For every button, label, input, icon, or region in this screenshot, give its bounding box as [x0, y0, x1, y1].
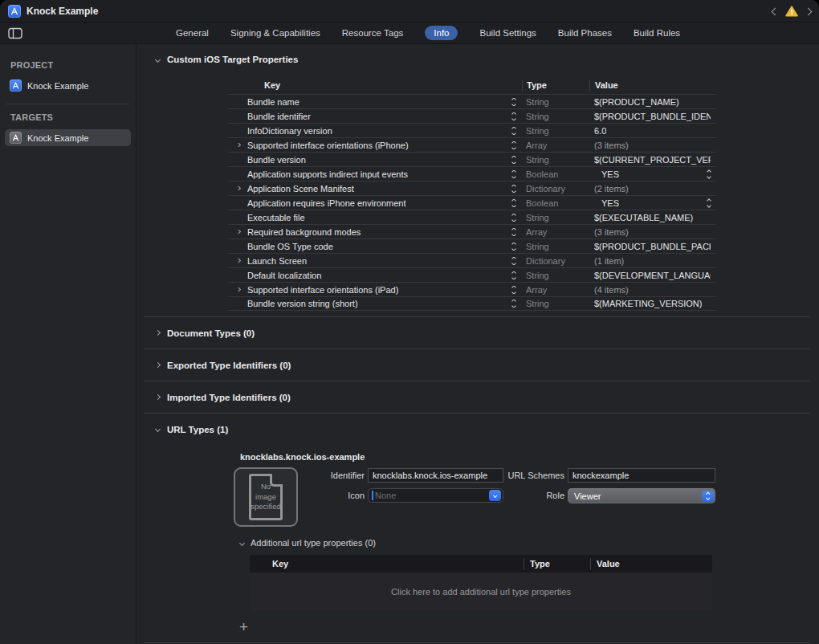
role-popup-button[interactable]: Viewer: [568, 488, 715, 503]
disclosure-icon[interactable]: [234, 259, 240, 263]
property-value: (1 item): [589, 256, 716, 266]
additional-properties-header: Key Type Value: [250, 555, 712, 573]
property-row[interactable]: Bundle version string (short) String $(M…: [228, 296, 716, 311]
sidebar-item-project[interactable]: Knock Example: [5, 77, 131, 94]
disclosure-icon[interactable]: [234, 143, 240, 147]
properties-table-header: Key Type Value: [228, 76, 716, 94]
sidebar-toggle-icon[interactable]: [8, 27, 23, 39]
section-imported-type-identifiers[interactable]: Imported Type Identifiers (0): [156, 393, 291, 402]
icon-combobox-placeholder: None: [375, 491, 489, 500]
sidebar-target-label: Knock Example: [27, 133, 88, 143]
section-title: Exported Type Identifiers (0): [167, 361, 291, 370]
property-row[interactable]: Bundle name String $(PRODUCT_NAME): [228, 94, 716, 108]
property-row[interactable]: Executable file String $(EXECUTABLE_NAME…: [228, 210, 716, 224]
property-type: Boolean: [522, 198, 589, 208]
url-schemes-field[interactable]: knockexample: [568, 468, 715, 483]
key-stepper-icon[interactable]: [512, 300, 515, 308]
title-bar: Knock Example: [0, 0, 819, 22]
key-stepper-icon[interactable]: [512, 185, 515, 193]
key-stepper-icon[interactable]: [512, 257, 515, 265]
property-row[interactable]: Bundle OS Type code String $(PRODUCT_BUN…: [228, 238, 716, 253]
add-url-type-button[interactable]: +: [239, 618, 248, 635]
property-value: YES: [589, 198, 716, 208]
property-type: String: [522, 126, 589, 136]
property-value: $(CURRENT_PROJECT_VERS: [589, 155, 716, 165]
property-row[interactable]: InfoDictionary version String 6.0: [228, 123, 716, 137]
key-stepper-icon[interactable]: [512, 112, 515, 120]
key-stepper-icon[interactable]: [512, 228, 515, 236]
key-stepper-icon[interactable]: [512, 271, 515, 279]
key-stepper-icon[interactable]: [512, 127, 515, 135]
url-type-editor: No image specified Identifier knocklabs.…: [228, 467, 716, 611]
property-key: Supported interface orientations (iPad): [247, 285, 506, 295]
warning-icon[interactable]: [785, 6, 798, 17]
additional-properties-disclosure[interactable]: Additional url type properties (0): [240, 538, 716, 548]
property-type: Array: [522, 227, 589, 237]
property-key: Executable file: [247, 213, 506, 222]
disclosure-icon[interactable]: [234, 186, 240, 190]
section-document-types[interactable]: Document Types (0): [156, 328, 255, 338]
key-stepper-icon[interactable]: [512, 214, 515, 222]
key-stepper-icon[interactable]: [512, 286, 515, 294]
key-stepper-icon[interactable]: [512, 141, 515, 149]
sidebar-item-target[interactable]: Knock Example: [5, 129, 131, 146]
combobox-dropdown-icon[interactable]: [489, 490, 501, 501]
column-value: Value: [590, 558, 712, 570]
property-key: Bundle name: [247, 97, 506, 107]
tab-signing-capabilities[interactable]: Signing & Capabilities: [230, 26, 320, 40]
tab-info[interactable]: Info: [425, 26, 458, 40]
icon-combobox[interactable]: None: [368, 488, 503, 503]
section-url-types[interactable]: URL Types (1): [156, 425, 228, 434]
key-stepper-icon[interactable]: [512, 170, 515, 178]
property-type: String: [522, 242, 589, 251]
section-title: URL Types (1): [167, 425, 228, 434]
property-value: $(MARKETING_VERSION): [589, 299, 716, 308]
disclosure-icon[interactable]: [234, 230, 240, 234]
section-exported-type-identifiers[interactable]: Exported Type Identifiers (0): [156, 361, 291, 370]
property-row[interactable]: Application Scene Manifest Dictionary (2…: [228, 181, 716, 195]
property-row[interactable]: Default localization String $(DEVELOPMEN…: [228, 267, 716, 282]
section-custom-ios-target-properties[interactable]: Custom iOS Target Properties: [156, 55, 819, 64]
sidebar-divider: [6, 104, 129, 104]
property-key: Bundle OS Type code: [247, 242, 506, 251]
identifier-field[interactable]: knocklabs.knock.ios-example: [368, 468, 503, 483]
property-key: Bundle version: [247, 155, 506, 165]
value-stepper-icon[interactable]: [707, 199, 711, 207]
disclosure-icon[interactable]: [234, 287, 240, 291]
key-stepper-icon[interactable]: [512, 156, 515, 164]
key-stepper-icon[interactable]: [512, 199, 515, 207]
icon-image-well[interactable]: No image specified: [234, 467, 298, 527]
url-type-name: knocklabs.knock.ios-example: [240, 452, 819, 462]
property-row[interactable]: Bundle version String $(CURRENT_PROJECT_…: [228, 152, 716, 166]
add-additional-properties-target[interactable]: Click here to add additional url type pr…: [250, 573, 712, 611]
forward-icon[interactable]: [805, 6, 811, 16]
key-stepper-icon[interactable]: [512, 243, 515, 251]
url-schemes-label: URL Schemes: [507, 468, 564, 483]
property-row[interactable]: Application supports indirect input even…: [228, 166, 716, 181]
tab-resource-tags[interactable]: Resource Tags: [342, 26, 404, 40]
property-value: $(PRODUCT_BUNDLE_PACKA: [589, 242, 716, 251]
property-key: Application requires iPhone environment: [247, 198, 506, 208]
chevron-right-icon: [155, 362, 161, 368]
chevron-down-icon: [239, 540, 245, 545]
property-row[interactable]: Bundle identifier String $(PRODUCT_BUNDL…: [228, 108, 716, 123]
property-row[interactable]: Application requires iPhone environment …: [228, 195, 716, 210]
section-title: Imported Type Identifiers (0): [167, 393, 291, 402]
value-stepper-icon[interactable]: [707, 170, 711, 178]
back-icon[interactable]: [772, 6, 778, 16]
property-type: Array: [522, 285, 589, 295]
properties-table: Key Type Value Bundle name String $(PROD…: [228, 76, 716, 311]
tab-build-phases[interactable]: Build Phases: [558, 26, 612, 40]
project-app-icon: [8, 5, 21, 18]
property-type: String: [522, 155, 589, 165]
property-row[interactable]: Supported interface orientations (iPhone…: [228, 137, 716, 152]
tab-build-settings[interactable]: Build Settings: [479, 26, 536, 40]
property-row[interactable]: Supported interface orientations (iPad) …: [228, 282, 716, 296]
property-row[interactable]: Launch Screen Dictionary (1 item): [228, 253, 716, 267]
tab-general[interactable]: General: [176, 26, 209, 40]
chevron-down-icon: [155, 426, 161, 432]
tab-build-rules[interactable]: Build Rules: [634, 26, 680, 40]
property-value: 6.0: [589, 126, 716, 136]
key-stepper-icon[interactable]: [512, 98, 515, 106]
property-row[interactable]: Required background modes Array (3 items…: [228, 224, 716, 238]
